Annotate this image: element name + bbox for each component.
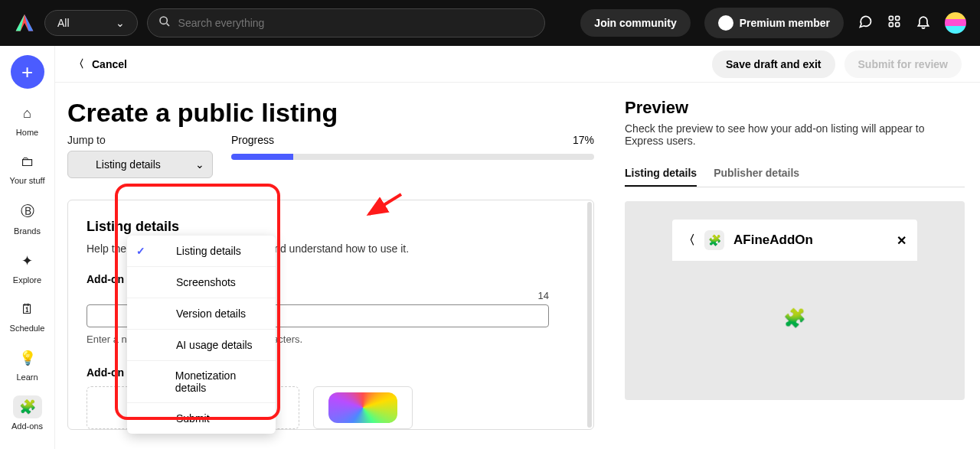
bell-icon[interactable] — [916, 14, 931, 32]
jump-to-label: Jump to — [67, 134, 213, 146]
home-icon: ⌂ — [23, 106, 31, 121]
avatar[interactable] — [945, 12, 966, 34]
search-field[interactable] — [147, 8, 545, 37]
chevron-down-icon: ⌄ — [116, 17, 125, 29]
apps-icon[interactable] — [887, 14, 902, 32]
chat-icon[interactable] — [858, 14, 873, 32]
premium-badge[interactable]: ★ Premium member — [704, 8, 844, 38]
sub-header: 〈 Cancel Save draft and exit Submit for … — [55, 46, 980, 83]
svg-point-1 — [160, 17, 167, 24]
search-icon — [158, 15, 171, 31]
sidebar-item-your-stuff[interactable]: 🗀Your stuff — [0, 146, 54, 190]
preview-close-icon[interactable]: ✕ — [897, 233, 906, 248]
page-title: Create a public listing — [67, 98, 594, 128]
brand-icon: Ⓑ — [21, 203, 34, 219]
jump-option-submit[interactable]: ✓Submit — [127, 403, 276, 434]
chevron-down-icon: ⌄ — [195, 158, 204, 171]
check-circle-icon — [76, 158, 90, 171]
tab-listing-details[interactable]: Listing details — [625, 161, 697, 187]
calendar-icon: 🗓 — [21, 301, 34, 317]
folder-icon: 🗀 — [21, 154, 34, 169]
sidebar: + ⌂Home 🗀Your stuff ⒷBrands ✦Explore 🗓Sc… — [0, 46, 55, 449]
svg-rect-5 — [896, 23, 900, 27]
submit-review-button: Submit for review — [844, 50, 962, 78]
lightbulb-icon: 💡 — [19, 350, 36, 366]
category-select[interactable]: All ⌄ — [44, 10, 138, 36]
svg-rect-2 — [889, 16, 893, 20]
search-input[interactable] — [178, 17, 534, 29]
save-draft-button[interactable]: Save draft and exit — [712, 50, 835, 78]
check-circle-icon — [155, 412, 168, 425]
preview-tabs: Listing details Publisher details — [625, 161, 965, 187]
check-circle-icon — [155, 275, 168, 289]
jump-option-ai-usage[interactable]: ✓AI usage details — [127, 330, 276, 361]
progress-label: Progress — [231, 134, 274, 146]
plugin-icon: 🧩 — [783, 307, 806, 329]
progress-bar — [231, 154, 594, 160]
check-circle-icon — [154, 375, 167, 389]
uploaded-icon-thumb — [328, 392, 397, 423]
preview-addon-badge: 🧩 — [704, 230, 724, 250]
listing-details-heading: Listing details — [87, 219, 575, 235]
jump-option-monetization[interactable]: ✓Monetization details — [127, 361, 276, 403]
check-circle-icon — [155, 307, 168, 320]
sidebar-item-addons[interactable]: 🧩Add-ons — [0, 391, 54, 435]
sidebar-item-learn[interactable]: 💡Learn — [0, 342, 54, 386]
preview-addon-name: AFineAddOn — [733, 233, 887, 248]
preview-panel: 〈 🧩 AFineAddOn ✕ 🧩 — [625, 201, 965, 400]
app-logo — [14, 12, 35, 34]
jump-to-select[interactable]: Listing details ⌄ — [67, 151, 213, 178]
preview-sub: Check the preview to see how your add-on… — [625, 122, 965, 147]
jump-option-listing-details[interactable]: ✓Listing details — [127, 236, 276, 267]
check-circle-icon — [155, 244, 168, 258]
preview-heading: Preview — [625, 98, 965, 118]
jump-option-screenshots[interactable]: ✓Screenshots — [127, 267, 276, 298]
category-select-label: All — [57, 17, 70, 29]
plugin-icon: 🧩 — [19, 399, 36, 415]
create-button[interactable]: + — [11, 55, 44, 89]
sidebar-item-home[interactable]: ⌂Home — [0, 98, 54, 142]
svg-rect-3 — [896, 16, 900, 20]
top-bar: All ⌄ Join community ★ Premium member — [0, 0, 980, 46]
tab-publisher-details[interactable]: Publisher details — [714, 161, 799, 187]
preview-card: 〈 🧩 AFineAddOn ✕ 🧩 — [672, 220, 917, 376]
sidebar-item-brands[interactable]: ⒷBrands — [0, 194, 54, 240]
cancel-button[interactable]: 〈 Cancel — [74, 57, 127, 71]
progress-value: 17% — [573, 134, 594, 146]
sidebar-item-explore[interactable]: ✦Explore — [0, 245, 54, 289]
chevron-left-icon: 〈 — [74, 57, 84, 71]
svg-rect-4 — [889, 23, 893, 27]
sidebar-item-schedule[interactable]: 🗓Schedule — [0, 294, 54, 337]
icon-upload-slot-filled[interactable] — [313, 386, 413, 429]
premium-icon: ★ — [718, 15, 733, 31]
preview-back-icon[interactable]: 〈 — [683, 233, 695, 249]
checkmark-icon: ✓ — [136, 245, 147, 257]
jump-option-version-details[interactable]: ✓Version details — [127, 298, 276, 330]
join-community-button[interactable]: Join community — [580, 9, 690, 37]
check-circle-icon — [155, 338, 168, 352]
jump-to-dropdown: ✓Listing details ✓Screenshots ✓Version d… — [127, 236, 276, 434]
compass-icon: ✦ — [21, 253, 33, 268]
